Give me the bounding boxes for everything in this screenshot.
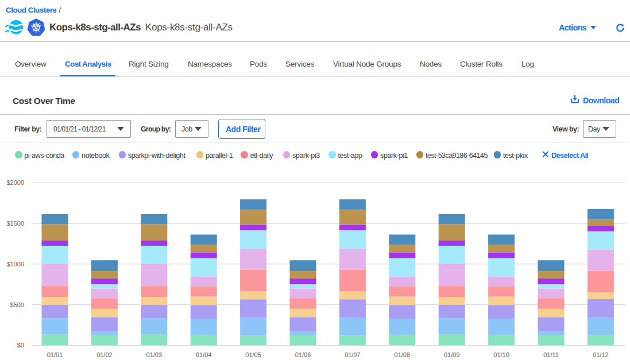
svg-text:$0: $0 [17,342,24,348]
svg-text:$2000: $2000 [6,179,24,186]
svg-text:01/12: 01/12 [593,351,609,358]
svg-text:01/02: 01/02 [96,351,113,358]
svg-text:01/10: 01/10 [493,351,509,358]
svg-text:01/07: 01/07 [345,351,361,358]
svg-text:$1000: $1000 [6,261,24,268]
svg-text:01/04: 01/04 [196,351,212,358]
svg-text:$1500: $1500 [6,220,24,227]
svg-text:01/03: 01/03 [146,351,163,358]
svg-text:01/11: 01/11 [543,351,559,358]
svg-text:$500: $500 [10,301,24,308]
svg-text:01/05: 01/05 [245,351,261,358]
svg-text:01/08: 01/08 [395,351,411,358]
svg-text:01/06: 01/06 [295,351,311,358]
svg-text:01/09: 01/09 [444,351,460,358]
svg-text:01/01: 01/01 [47,351,63,358]
